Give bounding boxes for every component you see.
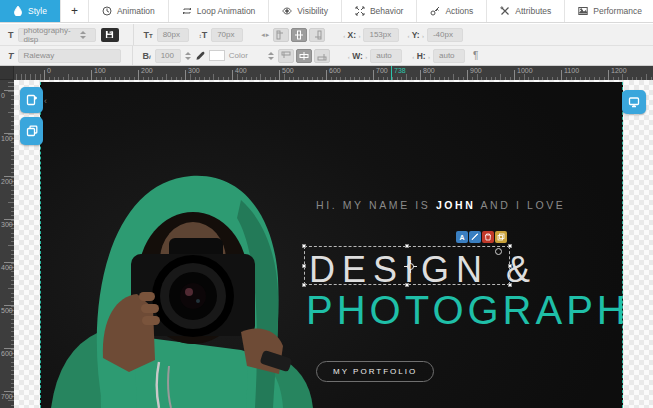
ruler-number: 600 bbox=[1, 350, 13, 357]
x-position-input[interactable]: 153px bbox=[363, 28, 399, 42]
height-label: ‹ H: › bbox=[412, 51, 430, 61]
key-icon bbox=[430, 6, 440, 16]
tagline-post: AND I LOVE bbox=[475, 199, 565, 211]
ruler-number: 600 bbox=[329, 67, 341, 74]
droplet-icon bbox=[13, 6, 23, 16]
line-height-input[interactable]: 70px bbox=[211, 28, 243, 42]
duplicate-page-button[interactable] bbox=[20, 117, 43, 145]
resize-handle[interactable] bbox=[405, 283, 409, 287]
font-style-value: photography-disp bbox=[24, 26, 76, 44]
y-position-input[interactable]: -40px bbox=[427, 28, 463, 42]
ruler-corner bbox=[0, 66, 14, 80]
tab-add[interactable]: + bbox=[61, 0, 89, 22]
font-size-input[interactable]: 80px bbox=[157, 28, 189, 42]
font-family-label: T bbox=[8, 51, 14, 61]
rotate-handle[interactable] bbox=[495, 248, 502, 255]
resize-handle[interactable] bbox=[508, 283, 512, 287]
ruler-number: 500 bbox=[1, 307, 13, 314]
delete-icon[interactable] bbox=[482, 231, 494, 243]
resize-handle[interactable] bbox=[405, 244, 409, 248]
text-style-toolbar-row-1: T photography-disp TT 80px ↕T 70px ◂▸ ‹ … bbox=[0, 24, 653, 46]
tab-style[interactable]: Style bbox=[0, 0, 61, 22]
resize-handle[interactable] bbox=[302, 244, 306, 248]
collapse-panel-icon[interactable]: ‹ bbox=[44, 96, 47, 106]
resize-handle[interactable] bbox=[508, 244, 512, 248]
element-mini-toolbar: A bbox=[456, 231, 507, 243]
x-position-label: ‹ X: › bbox=[343, 30, 360, 40]
resize-handle[interactable] bbox=[302, 264, 306, 268]
align-right-button[interactable] bbox=[309, 28, 325, 42]
tagline-text[interactable]: HI. MY NAME IS JOHN AND I LOVE bbox=[316, 199, 565, 211]
save-style-button[interactable] bbox=[101, 28, 119, 42]
preview-device-button[interactable] bbox=[622, 90, 646, 114]
font-weight-label: Bi bbox=[143, 51, 151, 61]
height-value: auto bbox=[439, 51, 455, 60]
select-arrows-icon bbox=[80, 31, 86, 39]
tab-actions[interactable]: Actions bbox=[417, 0, 487, 22]
resize-handle[interactable] bbox=[302, 283, 306, 287]
font-family-value: Raleway bbox=[24, 51, 55, 60]
paragraph-icon[interactable]: ¶ bbox=[473, 50, 478, 61]
font-weight-input[interactable]: 100 bbox=[155, 49, 181, 63]
ruler-number: 1000 bbox=[517, 67, 533, 74]
tab-attributes[interactable]: Attributes bbox=[487, 0, 565, 22]
tab-performance[interactable]: Performance bbox=[565, 0, 653, 22]
clock-icon bbox=[102, 6, 112, 16]
width-input[interactable]: auto bbox=[370, 49, 402, 63]
tab-loop-animation[interactable]: Loop Animation bbox=[169, 0, 270, 22]
duplicate-icon[interactable] bbox=[495, 231, 507, 243]
selection-box[interactable] bbox=[304, 246, 510, 285]
ruler-number: 800 bbox=[423, 67, 435, 74]
ruler-number: 500 bbox=[282, 67, 294, 74]
add-page-button[interactable] bbox=[20, 87, 43, 113]
heading-photography[interactable]: PHOTOGRAPHY bbox=[306, 288, 623, 333]
font-style-select[interactable]: photography-disp bbox=[18, 28, 96, 42]
line-height-label: ↕T bbox=[199, 30, 208, 40]
my-portfolio-button[interactable]: MY PORTFOLIO bbox=[316, 361, 434, 382]
align-top-button[interactable] bbox=[278, 49, 294, 63]
weight-stepper[interactable] bbox=[185, 52, 191, 60]
photo-man-with-camera bbox=[41, 110, 341, 408]
horizontal-ruler[interactable]: 0100200300400500600700800900100011001200… bbox=[14, 66, 653, 80]
workspace: HI. MY NAME IS JOHN AND I LOVE DESIGN & … bbox=[14, 80, 653, 408]
align-middle-vertical-button[interactable] bbox=[296, 49, 312, 63]
ruler-number: 900 bbox=[470, 67, 482, 74]
type-style-label: T bbox=[8, 30, 14, 40]
divider bbox=[133, 24, 134, 45]
text-icon[interactable]: A bbox=[456, 231, 468, 243]
edit-icon[interactable] bbox=[469, 231, 481, 243]
ruler-number: 400 bbox=[235, 67, 247, 74]
resize-handle[interactable] bbox=[508, 264, 512, 268]
align-center-horizontal-button[interactable] bbox=[291, 28, 307, 42]
height-input[interactable]: auto bbox=[433, 49, 465, 63]
font-family-select[interactable]: Raleway bbox=[18, 49, 121, 63]
eyedropper-icon[interactable] bbox=[195, 47, 205, 65]
tab-animation[interactable]: Animation bbox=[89, 0, 169, 22]
tab-label: Loop Animation bbox=[197, 6, 256, 16]
vertical-nudge-icon[interactable] bbox=[268, 52, 274, 60]
ruler-number: 400 bbox=[1, 264, 13, 271]
tagline-name: JOHN bbox=[436, 199, 476, 211]
text-color-swatch[interactable] bbox=[209, 50, 225, 61]
vertical-ruler[interactable]: 0100200300400500600700 bbox=[0, 80, 14, 408]
horizontal-nudge-icon[interactable]: ◂▸ bbox=[261, 31, 270, 39]
y-position-label: ‹ Y: › bbox=[407, 30, 423, 40]
ruler-number: 300 bbox=[188, 67, 200, 74]
x-position-value: 153px bbox=[369, 30, 391, 39]
align-left-button[interactable] bbox=[273, 28, 289, 42]
tab-behavior[interactable]: Behavior bbox=[342, 0, 418, 22]
tab-label: Attributes bbox=[515, 6, 551, 16]
width-label: ‹ W: › bbox=[348, 51, 367, 61]
anchor-point-icon[interactable] bbox=[404, 260, 417, 273]
design-canvas[interactable]: HI. MY NAME IS JOHN AND I LOVE DESIGN & … bbox=[40, 82, 623, 408]
loop-icon bbox=[182, 6, 192, 16]
tab-label: Behavior bbox=[370, 6, 404, 16]
ruler-number: 100 bbox=[1, 135, 13, 142]
ruler-number: 1200 bbox=[611, 67, 627, 74]
ruler-cursor-value: 738 bbox=[394, 67, 406, 74]
y-position-value: -40px bbox=[433, 30, 453, 39]
tab-visibility[interactable]: Visibility bbox=[269, 0, 342, 22]
font-size-value: 80px bbox=[163, 30, 180, 39]
ruler-number: 200 bbox=[141, 67, 153, 74]
align-bottom-button[interactable] bbox=[314, 49, 330, 63]
